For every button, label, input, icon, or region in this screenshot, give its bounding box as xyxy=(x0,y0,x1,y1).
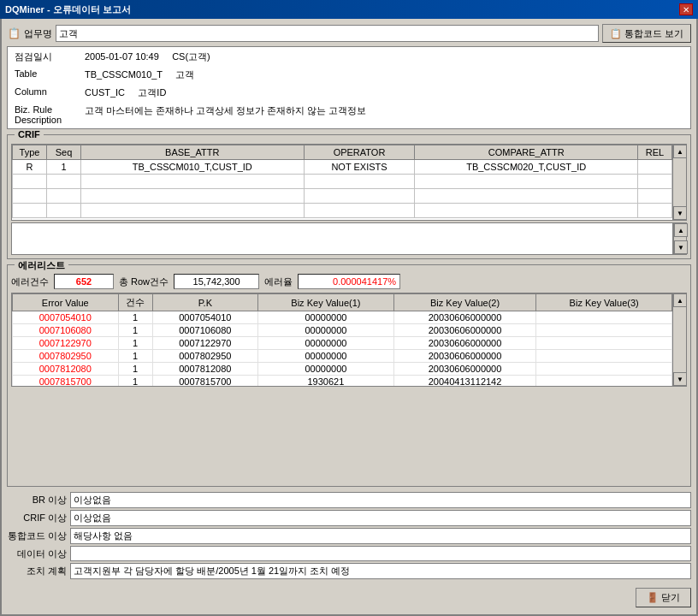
column-label: Column xyxy=(9,85,78,101)
error-value-cell: 0007815700 xyxy=(13,376,119,388)
error-scrollbar[interactable]: ▲ ▼ xyxy=(672,293,686,386)
crif-col-base: BASE_ATTR xyxy=(81,145,305,160)
error-scroll-down[interactable]: ▼ xyxy=(673,372,687,386)
crif-col-op: OPERATOR xyxy=(304,145,415,160)
error-count-cell: 1 xyxy=(118,363,152,376)
error-pk-cell: 0007054010 xyxy=(152,311,258,324)
crif-col-compare: COMPARE_ATTR xyxy=(415,145,638,160)
crif-row: CRIF 이상 이상없음 xyxy=(7,510,691,526)
date-value: 2005-01-07 10:49 CS(고객) xyxy=(80,49,689,65)
error-bk1-cell: 00000000 xyxy=(258,350,394,363)
error-scroll-up[interactable]: ▲ xyxy=(673,293,687,307)
code-label: 통합코드 이상 xyxy=(7,528,67,542)
crif-row-1: R 1 TB_CSSCM010_T,CUST_ID NOT EXISTS TB_… xyxy=(13,160,672,175)
code-value: 해당사항 없음 xyxy=(70,528,691,544)
crif-lower-scroll-down[interactable]: ▼ xyxy=(674,240,688,254)
error-count-cell: 1 xyxy=(118,376,152,388)
error-bk3-cell xyxy=(536,324,672,337)
error-count-cell: 1 xyxy=(118,337,152,350)
plan-value: 고객지원부 각 담당자에 할당 배분/2005년 1월 21일까지 조치 예정 xyxy=(70,563,691,579)
total-row-value: 15,742,300 xyxy=(174,274,259,289)
err-col-pk: P.K xyxy=(152,294,258,311)
crif-group: CRIF Type Seq BASE_ATTR OPERATOR COMPARE… xyxy=(7,134,691,259)
error-bk1-cell: 00000000 xyxy=(258,363,394,376)
bottom-info: BR 이상 이상없음 CRIF 이상 이상없음 통합코드 이상 해당사항 없음 … xyxy=(7,492,691,581)
crif-lower-scrollbar[interactable]: ▲ ▼ xyxy=(673,222,687,255)
error-bk2-cell: 20040413112142 xyxy=(393,376,536,388)
footer: 🚪 닫기 xyxy=(7,584,691,609)
error-bk3-cell xyxy=(536,337,672,350)
crif-compare-attr: TB_CSSCM020_T,CUST_ID xyxy=(415,160,638,175)
error-value-cell: 0007812080 xyxy=(13,363,119,376)
table-value: TB_CSSCM010_T 고객 xyxy=(80,67,689,83)
error-bk2-cell: 20030606000000 xyxy=(393,350,536,363)
error-bk3-cell xyxy=(536,363,672,376)
plan-label: 조치 계획 xyxy=(7,563,67,578)
data-value[interactable] xyxy=(70,546,691,561)
error-rate-value: 0.000041417% xyxy=(298,274,400,289)
crif-scroll-down[interactable]: ▼ xyxy=(673,206,687,220)
business-label: 업무명 xyxy=(24,27,52,40)
error-pk-cell: 0007106080 xyxy=(152,324,258,337)
close-button[interactable]: 🚪 닫기 xyxy=(636,588,691,607)
crif-title: CRIF xyxy=(15,129,44,139)
error-table-row: 0007815700 1 0007815700 1930621 20040413… xyxy=(13,376,672,388)
info-row-biz: Biz. Rule Description 고객 마스터에는 존재하나 고객상세… xyxy=(9,103,689,127)
info-table: 점검일시 2005-01-07 10:49 CS(고객) Table TB_CS… xyxy=(7,46,691,129)
error-bk3-cell xyxy=(536,376,672,388)
error-bk1-cell: 00000000 xyxy=(258,324,394,337)
err-col-count: 건수 xyxy=(118,294,152,311)
data-label: 데이터 이상 xyxy=(7,546,67,560)
crif-type: R xyxy=(13,160,47,175)
error-table: Error Value 건수 P.K Biz Key Value(1) Biz … xyxy=(12,293,672,387)
table-label: Table xyxy=(9,67,78,83)
error-value-cell: 0007106080 xyxy=(13,324,119,337)
crif-operator: NOT EXISTS xyxy=(304,160,415,175)
err-col-bk1: Biz Key Value(1) xyxy=(258,294,394,311)
plan-row: 조치 계획 고객지원부 각 담당자에 할당 배분/2005년 1월 21일까지 … xyxy=(7,563,691,579)
crif-table: Type Seq BASE_ATTR OPERATOR COMPARE_ATTR… xyxy=(12,145,672,218)
error-bk1-cell: 00000000 xyxy=(258,311,394,324)
info-row-column: Column CUST_IC 고객ID xyxy=(9,85,689,101)
error-value-cell: 0007122970 xyxy=(13,337,119,350)
window-title: DQMiner - 오류데이터 보고서 xyxy=(5,3,131,16)
crif-lower-area: ▲ ▼ xyxy=(11,222,687,255)
error-bk2-cell: 20030606000000 xyxy=(393,311,536,324)
error-bk2-cell: 20030606000000 xyxy=(393,337,536,350)
info-section: 점검일시 2005-01-07 10:49 CS(고객) Table TB_CS… xyxy=(7,46,691,129)
total-row-label: 총 Row건수 xyxy=(119,275,169,288)
error-table-row: 0007054010 1 0007054010 00000000 2003060… xyxy=(13,311,672,324)
main-window: 📋 업무명 📋 통합코드 보기 점검일시 2005-01-07 10:49 CS… xyxy=(0,19,698,616)
column-value: CUST_IC 고객ID xyxy=(80,85,689,101)
combined-code-label: 통합코드 보기 xyxy=(624,27,683,40)
error-value-cell: 0007054010 xyxy=(13,311,119,324)
error-count-cell: 1 xyxy=(118,324,152,337)
crif-scroll-up[interactable]: ▲ xyxy=(673,145,687,158)
error-bk1-cell: 1930621 xyxy=(258,376,394,388)
business-input[interactable] xyxy=(56,25,599,42)
error-bk3-cell xyxy=(536,311,672,324)
error-table-row: 0007802950 1 0007802950 00000000 2003060… xyxy=(13,350,672,363)
crif-grid-wrapper: Type Seq BASE_ATTR OPERATOR COMPARE_ATTR… xyxy=(11,144,687,221)
crif-lower-scroll-up[interactable]: ▲ xyxy=(674,223,688,237)
code-row: 통합코드 이상 해당사항 없음 xyxy=(7,528,691,544)
error-pk-cell: 0007802950 xyxy=(152,350,258,363)
error-list-title: 에러리스트 xyxy=(15,259,68,272)
crif-scrollbar[interactable]: ▲ ▼ xyxy=(672,145,686,220)
crif-anom-value: 이상없음 xyxy=(70,510,691,526)
data-row: 데이터 이상 xyxy=(7,546,691,561)
crif-seq: 1 xyxy=(47,160,81,175)
crif-base-attr: TB_CSSCM010_T,CUST_ID xyxy=(81,160,305,175)
info-row-table: Table TB_CSSCM010_T 고객 xyxy=(9,67,689,83)
window-close-button[interactable]: ✕ xyxy=(679,3,693,15)
error-pk-cell: 0007815700 xyxy=(152,376,258,388)
crif-col-rel: REL xyxy=(638,145,672,160)
combined-code-button[interactable]: 📋 통합코드 보기 xyxy=(602,24,691,43)
error-count-cell: 1 xyxy=(118,311,152,324)
br-label: BR 이상 xyxy=(7,492,67,506)
error-stats-row: 에러건수 652 총 Row건수 15,742,300 에러율 0.000041… xyxy=(11,274,687,289)
close-label: 닫기 xyxy=(661,591,680,604)
combined-code-icon: 📋 xyxy=(610,28,622,39)
error-bk2-cell: 20030606000000 xyxy=(393,363,536,376)
error-value-cell: 0007802950 xyxy=(13,350,119,363)
